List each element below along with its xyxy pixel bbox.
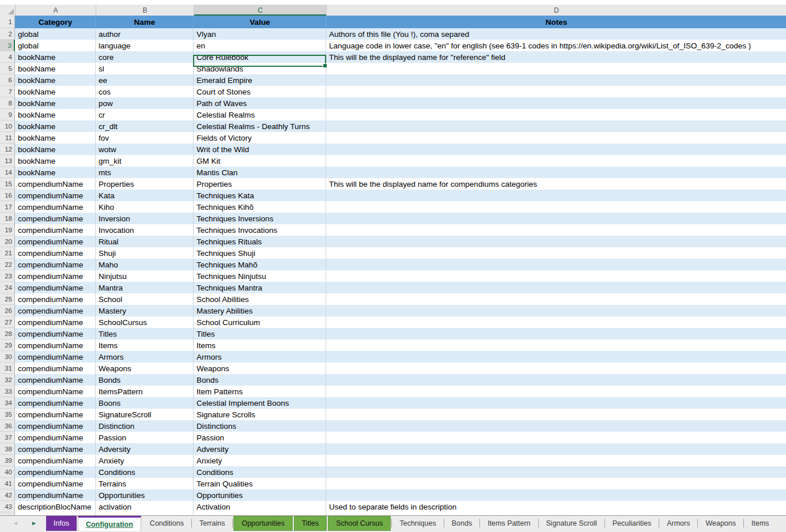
cell-notes[interactable] — [326, 74, 786, 86]
sheet-tab-terrains[interactable]: Terrains — [192, 516, 232, 531]
cell-value[interactable]: Techniques Inversions — [194, 213, 326, 224]
cell-value[interactable]: Weapons — [194, 363, 326, 374]
row-header[interactable]: 17 — [0, 201, 15, 213]
cell-category[interactable]: bookName — [15, 132, 96, 144]
row-header[interactable]: 13 — [0, 155, 15, 167]
sheet-tab-signature-scroll[interactable]: Signature Scroll — [539, 516, 604, 531]
cell-value[interactable]: Passion — [194, 432, 326, 443]
row-header[interactable]: 42 — [0, 489, 15, 501]
sheet-tab-items-pattern[interactable]: Items Pattern — [480, 516, 538, 531]
sheet-tab-bonds[interactable]: Bonds — [444, 516, 479, 531]
cell-category[interactable]: compendiumName — [15, 328, 96, 339]
row-header[interactable]: 34 — [0, 397, 15, 409]
cell-notes[interactable]: Used to separate fields in description — [326, 501, 786, 512]
cell-category[interactable]: compendiumName — [15, 443, 96, 455]
cell-notes[interactable] — [326, 97, 786, 109]
cell-value[interactable]: Adversity — [194, 443, 326, 455]
cell-category[interactable]: bookName — [15, 144, 96, 155]
cell-notes[interactable]: This will be the displayed name for comp… — [326, 178, 786, 190]
cell-name[interactable]: language — [96, 40, 194, 51]
cell-value[interactable]: Celestial Implement Boons — [194, 397, 326, 409]
row-header[interactable]: 33 — [0, 386, 15, 397]
cell-name[interactable]: Shuji — [96, 247, 194, 259]
cell-name[interactable]: Invocation — [96, 224, 194, 236]
row-header[interactable]: 5 — [0, 63, 15, 74]
cell-value[interactable]: Court of Stones — [194, 86, 326, 97]
cell-value[interactable]: Techniques Invocations — [194, 224, 326, 236]
row-header[interactable]: 43 — [0, 501, 15, 512]
cell-notes[interactable] — [326, 386, 786, 397]
cell-category[interactable]: compendiumName — [15, 466, 96, 478]
cell-category[interactable]: compendiumName — [15, 259, 96, 270]
cell-value[interactable]: Techniques Shuji — [194, 247, 326, 259]
cell-name[interactable]: fov — [96, 132, 194, 144]
cell-notes[interactable] — [326, 363, 786, 374]
cell-category[interactable]: bookName — [15, 86, 96, 97]
cell-name[interactable]: pow — [96, 97, 194, 109]
row-header[interactable]: 22 — [0, 259, 15, 270]
cell-value[interactable]: Anxiety — [194, 455, 326, 466]
row-header[interactable]: 28 — [0, 328, 15, 339]
cell-category[interactable]: bookName — [15, 120, 96, 132]
cell-category[interactable]: compendiumName — [15, 397, 96, 409]
cell-value[interactable]: en — [194, 40, 326, 51]
row-header[interactable]: 37 — [0, 432, 15, 443]
cell-category[interactable]: compendiumName — [15, 178, 96, 190]
row-header[interactable]: 24 — [0, 282, 15, 293]
cell-notes[interactable] — [326, 328, 786, 339]
cell-name[interactable]: ItemsPattern — [96, 386, 194, 397]
row-header[interactable]: 15 — [0, 178, 15, 190]
cell-category[interactable]: compendiumName — [15, 409, 96, 420]
row-header[interactable]: 23 — [0, 270, 15, 282]
cell-name[interactable]: sl — [96, 63, 194, 74]
cell-value[interactable]: Techniques Ninjutsu — [194, 270, 326, 282]
cell-name[interactable]: author — [96, 28, 194, 40]
fill-handle[interactable] — [323, 63, 327, 68]
cell-value[interactable]: Fields of Victory — [194, 132, 326, 144]
cell-value[interactable]: Signature Scrolls — [194, 409, 326, 420]
cell-name[interactable]: Kata — [96, 190, 194, 201]
sheet-tab-items[interactable]: Items — [744, 516, 777, 531]
cell-notes[interactable] — [326, 466, 786, 478]
row-header[interactable]: 27 — [0, 316, 15, 328]
cell-notes[interactable] — [326, 109, 786, 120]
cell-name[interactable]: Adversity — [96, 443, 194, 455]
row-header[interactable]: 31 — [0, 363, 15, 374]
cell-value[interactable]: Mantis Clan — [194, 167, 326, 178]
cell-category[interactable]: compendiumName — [15, 282, 96, 293]
cell-value[interactable]: Conditions — [194, 466, 326, 478]
cell-value[interactable]: GM Kit — [194, 155, 326, 167]
cell-value[interactable]: Techniques Rituals — [194, 236, 326, 247]
cell-category[interactable]: compendiumName — [15, 478, 96, 489]
row-header[interactable]: 16 — [0, 190, 15, 201]
active-cell-selection[interactable] — [193, 55, 326, 67]
cell-notes[interactable] — [326, 305, 786, 316]
row-header[interactable]: 3 — [0, 40, 15, 51]
cell-notes[interactable] — [326, 443, 786, 455]
cell-value[interactable]: Distinctions — [194, 420, 326, 432]
cell-value[interactable]: Item Patterns — [194, 386, 326, 397]
cell-notes[interactable] — [326, 167, 786, 178]
header-cell-name[interactable]: Name — [96, 16, 194, 28]
cell-value[interactable]: Properties — [194, 178, 326, 190]
cell-notes[interactable]: Language code in lower case, "en" for en… — [326, 40, 786, 51]
header-cell-category[interactable]: Category — [15, 16, 96, 28]
row-header[interactable]: 1 — [0, 16, 15, 28]
row-header[interactable]: 18 — [0, 213, 15, 224]
row-header[interactable]: 7 — [0, 86, 15, 97]
cell-notes[interactable] — [326, 86, 786, 97]
cell-name[interactable]: Ritual — [96, 236, 194, 247]
cell-value[interactable]: Path of Waves — [194, 97, 326, 109]
cell-name[interactable]: Terrains — [96, 478, 194, 489]
cell-name[interactable]: activation — [96, 501, 194, 512]
cell-notes[interactable] — [326, 282, 786, 293]
cell-notes[interactable] — [326, 190, 786, 201]
row-header[interactable]: 40 — [0, 466, 15, 478]
cell-notes[interactable] — [326, 432, 786, 443]
sheet-tab-opportunities[interactable]: Opportunities — [233, 516, 292, 531]
cell-notes[interactable] — [326, 132, 786, 144]
cell-category[interactable]: bookName — [15, 109, 96, 120]
cell-notes[interactable] — [326, 455, 786, 466]
cell-notes[interactable] — [326, 409, 786, 420]
cell-value[interactable]: Celestial Realms - Deathly Turns — [194, 120, 326, 132]
